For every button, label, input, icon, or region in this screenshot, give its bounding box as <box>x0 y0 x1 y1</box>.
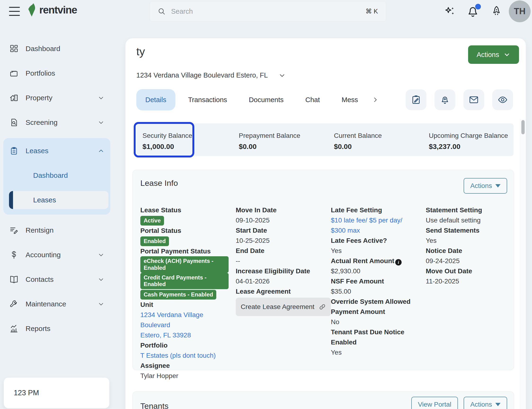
sparkles-icon[interactable] <box>444 5 456 18</box>
sidebar-item-contacts[interactable]: Contacts <box>3 271 110 288</box>
balance-label: Prepayment Balance <box>239 132 331 139</box>
tab-list: DetailsTransactionsDocumentsChatMess <box>136 89 379 110</box>
lease-info-column-1: Lease StatusActivePortal StatusEnabledPo… <box>140 205 236 381</box>
envelope-button[interactable] <box>463 89 484 110</box>
search-shortcut: ⌘ K <box>365 8 378 15</box>
link-unit[interactable]: 1234 Verdana Village Boulevard <box>140 310 205 330</box>
create-lease-agreement-button[interactable]: Create Lease Agreement <box>236 298 331 316</box>
tab-documents[interactable]: Documents <box>240 89 293 110</box>
lease-info-actions-button[interactable]: Actions <box>464 178 507 194</box>
balance-security-balance: Security Balance$1,000.00 <box>136 123 236 156</box>
field-late-fee-setting: Late Fee Setting$10 late fee/ $5 per day… <box>331 205 419 236</box>
field-nsf-fee-amount: NSF Fee Amount$35.00 <box>331 276 419 296</box>
sidebar-subitem-leases[interactable]: Leases <box>9 191 108 209</box>
field-portal-status: Portal StatusEnabled <box>140 226 228 246</box>
field-value: $2,930.00 <box>331 266 419 276</box>
avatar[interactable]: TH <box>509 0 531 22</box>
link-icon <box>319 303 326 310</box>
sidebar-item-portfolios[interactable]: Portfolios <box>3 64 110 82</box>
header-actions-button[interactable]: Actions <box>468 45 519 64</box>
sidebar-item-dashboard[interactable]: Dashboard <box>3 40 110 58</box>
field-lease-status: Lease StatusActive <box>140 205 228 226</box>
tabs-overflow-chevron-icon[interactable] <box>372 96 379 103</box>
field-value: 11-20-2025 <box>426 276 500 286</box>
sidebar-subitem-dashboard[interactable]: Dashboard <box>3 166 110 184</box>
brand-logo[interactable]: rentvine <box>27 3 77 17</box>
sidebar-item-maintenance[interactable]: Maintenance <box>3 295 110 313</box>
sidebar-item-label: Contacts <box>26 275 54 283</box>
scrollbar-track[interactable] <box>520 119 526 409</box>
balance-current-balance: Current Balance$0.00 <box>331 123 426 156</box>
property-icon <box>10 93 19 102</box>
balance-value: $0.00 <box>334 143 426 151</box>
notifications-bell-icon[interactable] <box>466 4 480 18</box>
security-balance-highlight-ring <box>134 122 194 157</box>
sidebar-leases-group: LeasesDashboardLeases <box>3 138 110 215</box>
note-edit-button[interactable] <box>406 89 427 110</box>
chev-down-icon <box>97 119 104 126</box>
sidebar-item-label: Screening <box>26 118 57 127</box>
search-icon <box>158 8 165 15</box>
tenants-actions-button[interactable]: Actions <box>464 397 507 409</box>
eye-icon <box>497 95 508 105</box>
sidebar-item-property[interactable]: Property <box>3 89 110 107</box>
link-unit[interactable]: Estero, FL 33928 <box>140 330 205 340</box>
bell-plus-button[interactable] <box>435 89 455 110</box>
sidebar-item-label: Rentsign <box>26 226 54 234</box>
link-portfolio[interactable]: T Estates (pls dont touch) <box>140 350 228 361</box>
field-assignee: AssigneeTylar Hopper <box>140 361 228 381</box>
field-notice-date: Notice Date09-24-2025 <box>426 246 500 266</box>
field-value: Yes <box>426 236 500 246</box>
field-portal-payment-status: Portal Payment StatuseCheck (ACH) Paymen… <box>140 246 228 300</box>
field-value: -- <box>236 256 324 266</box>
balance-upcoming-charge-balance: Upcoming Charge Balance$3,237.00 <box>426 123 513 156</box>
field-tenant-past-due-notice-enabled: Tenant Past Due Notice EnabledYes <box>331 327 419 357</box>
field-label: NSF Fee Amount <box>331 276 419 286</box>
lease-info-column-2: Move In Date09-10-2025Start Date10-25-20… <box>236 205 331 381</box>
sidebar-item-screening[interactable]: Screening <box>3 113 110 131</box>
tab-mess[interactable]: Mess <box>333 89 367 110</box>
info-icon[interactable]: i <box>395 259 402 265</box>
search-input[interactable] <box>171 8 360 15</box>
field-value: Yes <box>331 347 419 357</box>
balance-prepayment-balance: Prepayment Balance$0.00 <box>236 123 331 156</box>
tab-details[interactable]: Details <box>136 89 175 110</box>
field-start-date: Start Date10-25-2025 <box>236 225 324 246</box>
tab-chat[interactable]: Chat <box>296 89 329 110</box>
field-move-out-date: Move Out Date11-20-2025 <box>426 266 500 286</box>
field-label: Send Statements <box>426 225 500 236</box>
search-bar[interactable]: ⌘ K <box>150 1 386 21</box>
eye-button[interactable] <box>492 89 513 110</box>
field-label: Portal Status <box>140 226 228 236</box>
field-value: Tylar Hopper <box>140 371 228 381</box>
tab-transactions[interactable]: Transactions <box>179 89 236 110</box>
sidebar-item-accounting[interactable]: Accounting <box>3 246 110 264</box>
field-value: 09-10-2025 <box>236 215 324 225</box>
menu-icon[interactable] <box>9 6 21 16</box>
rentsign-icon <box>10 226 19 235</box>
field-override-system-allowed-payment-amount: Override System Allowed Payment AmountNo <box>331 296 419 327</box>
field-value: 04-01-2026 <box>236 276 324 286</box>
sidebar-item-label: Portfolios <box>26 69 55 77</box>
sidebar-item-reports[interactable]: Reports <box>3 320 110 338</box>
status-badge: Cash Payments - Enabled <box>140 290 216 300</box>
field-label: Portal Payment Status <box>140 246 228 256</box>
tabs-row: DetailsTransactionsDocumentsChatMess <box>136 89 513 111</box>
field-label: Late Fees Active? <box>331 236 419 246</box>
address-chevron-down-icon[interactable] <box>278 72 286 79</box>
field-value: Use default setting <box>426 215 500 225</box>
field-value: Yes <box>331 246 419 256</box>
field-label: Tenant Past Due Notice Enabled <box>331 327 419 347</box>
field-label: Notice Date <box>426 246 500 256</box>
link-late-fee-setting[interactable]: $10 late fee/ $5 per day/ $300 max <box>331 215 419 236</box>
chev-down-icon <box>97 276 104 283</box>
sidebar-item-leases[interactable]: Leases <box>3 142 110 160</box>
scrollbar-thumb[interactable] <box>521 120 525 134</box>
chev-down-icon <box>97 251 104 258</box>
page-title: ty <box>136 45 145 58</box>
rocket-icon[interactable] <box>490 5 503 18</box>
view-portal-button[interactable]: View Portal <box>411 397 458 409</box>
address-row: 1234 Verdana Village Boulevard Estero, F… <box>136 71 286 79</box>
field-label: Unit <box>140 300 228 310</box>
sidebar-item-rentsign[interactable]: Rentsign <box>3 221 110 239</box>
